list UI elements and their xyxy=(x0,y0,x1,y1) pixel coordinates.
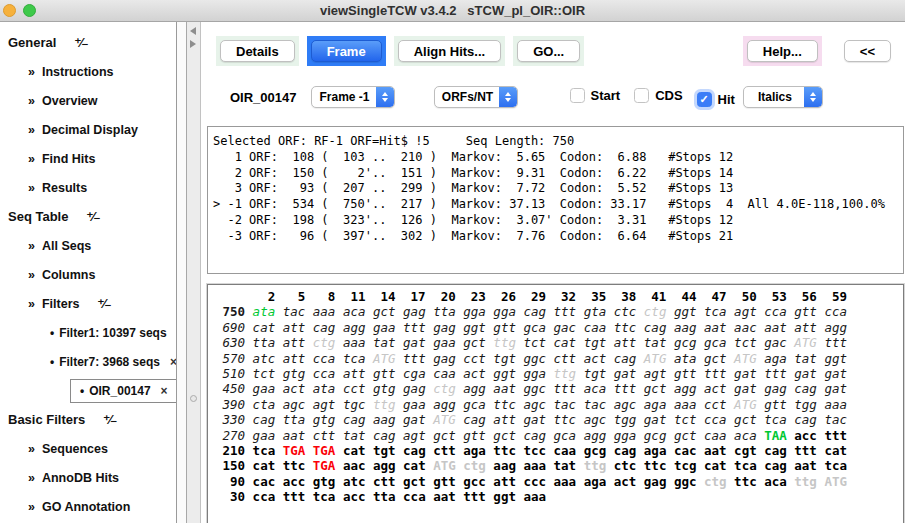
codon: gct xyxy=(463,335,493,350)
checkbox-label: Hit xyxy=(718,92,735,107)
codon: gag xyxy=(403,304,433,319)
codon: ATG xyxy=(644,351,674,366)
selected-filter-box[interactable]: •OIR_00147× xyxy=(70,379,177,403)
checkbox-group: StartCDS✓Hit xyxy=(570,88,743,107)
collapse-right-icon[interactable] xyxy=(190,40,196,48)
go-button[interactable]: GO... xyxy=(517,40,580,62)
sidebar-item-columns[interactable]: »Columns xyxy=(0,260,176,289)
codon: tac xyxy=(824,412,854,427)
codon: agg xyxy=(584,428,614,443)
sidebar-item-filter7-3968-seqs[interactable]: •Filter7: 3968 seqs× xyxy=(0,347,176,376)
codon: gcg xyxy=(584,443,614,458)
codon: att xyxy=(794,320,824,335)
codon: aat xyxy=(704,443,734,458)
codon: cat xyxy=(704,458,734,473)
orf-info-line-1: 1 ORF: 108 ( 103 .. 210 ) Markov: 5.65 C… xyxy=(213,150,903,166)
align-hits-button[interactable]: Align Hits... xyxy=(398,40,502,62)
button-tile-frame: Frame xyxy=(307,36,386,66)
sequence-panel[interactable]: 2581114172023262932353841444750535659750… xyxy=(207,284,904,523)
codon: ATG xyxy=(734,351,764,366)
codon: tgt xyxy=(584,335,614,350)
button-tile-help: Help... xyxy=(743,36,822,66)
minimize-button-icon[interactable] xyxy=(3,4,16,17)
codon: TGA xyxy=(313,458,343,473)
sidebar-item-label: Columns xyxy=(42,268,95,282)
codon: cag xyxy=(614,443,644,458)
codon: tca xyxy=(824,458,854,473)
position-label: 510 xyxy=(215,366,245,381)
position-label: 270 xyxy=(215,428,245,443)
details-button[interactable]: Details xyxy=(220,40,295,62)
sidebar: General⁺⁄₋»Instructions»Overview»Decimal… xyxy=(0,22,177,523)
sidebar-item-overview[interactable]: »Overview xyxy=(0,86,176,115)
position-header: 14 xyxy=(373,289,403,304)
plus-minus-toggle-icon[interactable]: ⁺⁄₋ xyxy=(74,35,87,50)
sidebar-item-sequences[interactable]: »Sequences xyxy=(0,434,176,463)
position-label: 450 xyxy=(215,381,245,396)
codon: ctc xyxy=(614,458,644,473)
collapse-left-icon[interactable] xyxy=(190,27,196,35)
sidebar-item-results[interactable]: »Results xyxy=(0,173,176,202)
style-dropdown[interactable]: Italics xyxy=(743,86,823,108)
position-header: 8 xyxy=(313,289,343,304)
position-header: 44 xyxy=(674,289,704,304)
codon: ggc xyxy=(523,381,553,396)
hit-checkbox[interactable]: ✓Hit xyxy=(697,92,735,107)
codon: aat xyxy=(493,381,523,396)
help-button[interactable]: Help... xyxy=(747,40,818,62)
sidebar-item-annodb-hits[interactable]: »AnnoDB Hits xyxy=(0,463,176,492)
sidebar-item-label: Filter7: 3968 seqs xyxy=(59,355,160,369)
codon: agc xyxy=(584,412,614,427)
sidebar-item-label: AnnoDB Hits xyxy=(42,471,119,485)
codon: ttg xyxy=(554,366,584,381)
orf-info-line-3: 3 ORF: 93 ( 207 .. 299 ) Markov: 7.72 Co… xyxy=(213,181,903,197)
codon: gtt xyxy=(463,428,493,443)
orf-info-line-0: Selected ORF: RF-1 ORF=Hit$ !5 Seq Lengt… xyxy=(213,134,903,150)
sidebar-item-filter1-10397-seqs[interactable]: •Filter1: 10397 seqs× xyxy=(0,318,176,347)
sidebar-item-all-seqs[interactable]: »All Seqs xyxy=(0,231,176,260)
codon: tca xyxy=(253,443,283,458)
split-pane-divider[interactable] xyxy=(187,22,201,523)
codon: aat xyxy=(764,320,794,335)
codon: gca xyxy=(554,428,584,443)
position-header: 50 xyxy=(734,289,764,304)
item-button[interactable]: << xyxy=(844,40,891,62)
window-title: viewSingleTCW v3.4.2 sTCW_pl_OIR::OIR xyxy=(0,0,905,21)
sidebar-item-decimal-display[interactable]: »Decimal Display xyxy=(0,115,176,144)
plus-minus-toggle-icon[interactable]: ⁺⁄₋ xyxy=(86,209,99,224)
codon: gga xyxy=(493,304,523,319)
plus-minus-toggle-icon[interactable]: ⁺⁄₋ xyxy=(103,412,116,427)
sidebar-item-instructions[interactable]: »Instructions xyxy=(0,57,176,86)
close-icon[interactable]: × xyxy=(170,355,177,369)
sequence-row-630: 630ttaattctgaaatatgatgaagctttgtctcattgta… xyxy=(215,335,903,350)
codon: ctc xyxy=(614,304,644,319)
checkbox-label: Start xyxy=(591,88,621,103)
start-checkbox[interactable]: Start xyxy=(570,88,621,103)
codon: gct xyxy=(704,351,734,366)
position-label: 150 xyxy=(215,458,245,473)
view-dropdown[interactable]: ORFs/NT xyxy=(434,86,518,108)
sidebar-item-go-annotation[interactable]: »GO Annotation xyxy=(0,492,176,521)
sequence-row-690: 690catattcagagggaatttgagggtgttgcagaccaat… xyxy=(215,320,903,335)
frame-button[interactable]: Frame xyxy=(311,40,382,62)
codon: act xyxy=(614,474,644,489)
codon: tca xyxy=(343,351,373,366)
codon: gat xyxy=(403,335,433,350)
plus-minus-toggle-icon[interactable]: ⁺⁄₋ xyxy=(97,296,110,311)
codon: ttt xyxy=(704,366,734,381)
codon: tac xyxy=(584,397,614,412)
sidebar-item-find-hits[interactable]: »Find Hits xyxy=(0,144,176,173)
sidebar-item-filters[interactable]: »Filters⁺⁄₋ xyxy=(0,289,176,318)
codon: ctt xyxy=(433,443,463,458)
codon: act xyxy=(283,381,313,396)
sidebar-item-label: Results xyxy=(42,181,87,195)
codon: ttt xyxy=(554,381,584,396)
sidebar-item-oir-00147[interactable]: •OIR_00147× xyxy=(0,376,176,405)
position-label: 690 xyxy=(215,320,245,335)
cds-checkbox[interactable]: CDS xyxy=(634,88,682,103)
sidebar-scrollbar[interactable] xyxy=(177,22,187,523)
close-icon[interactable]: × xyxy=(161,384,168,398)
zoom-button-icon[interactable] xyxy=(23,4,36,17)
frame-dropdown[interactable]: Frame -1 xyxy=(311,86,395,108)
codon: agc xyxy=(523,397,553,412)
